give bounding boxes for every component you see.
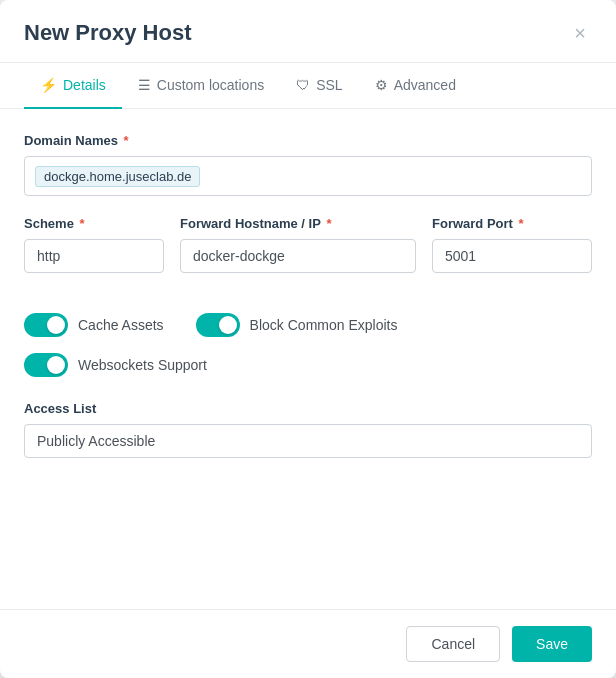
cache-assets-toggle[interactable] (24, 313, 68, 337)
close-button[interactable]: × (568, 21, 592, 45)
cancel-button[interactable]: Cancel (406, 626, 500, 662)
websockets-toggle-group: Websockets Support (24, 353, 207, 377)
block-exploits-slider (196, 313, 240, 337)
websockets-slider (24, 353, 68, 377)
scheme-input[interactable] (24, 239, 164, 273)
scheme-label: Scheme * (24, 216, 164, 231)
domain-names-group: Domain Names * dockge.home.juseclab.de (24, 133, 592, 196)
modal-body: Domain Names * dockge.home.juseclab.de S… (0, 109, 616, 609)
websockets-label: Websockets Support (78, 357, 207, 373)
cache-assets-label: Cache Assets (78, 317, 164, 333)
access-list-group: Access List (24, 401, 592, 458)
required-star: * (120, 133, 129, 148)
new-proxy-host-modal: New Proxy Host × ⚡ Details ☰ Custom loca… (0, 0, 616, 678)
tab-bar: ⚡ Details ☰ Custom locations 🛡 SSL ⚙ Adv… (0, 63, 616, 109)
toggles-row-1: Cache Assets Block Common Exploits (24, 313, 592, 337)
modal-header: New Proxy Host × (0, 0, 616, 63)
access-list-input[interactable] (24, 424, 592, 458)
tab-details[interactable]: ⚡ Details (24, 63, 122, 109)
modal-footer: Cancel Save (0, 609, 616, 678)
advanced-icon: ⚙ (375, 77, 388, 93)
toggles-row-2: Websockets Support (24, 353, 592, 377)
tab-ssl[interactable]: 🛡 SSL (280, 63, 358, 109)
domain-names-input[interactable]: dockge.home.juseclab.de (24, 156, 592, 196)
save-button[interactable]: Save (512, 626, 592, 662)
block-exploits-toggle[interactable] (196, 313, 240, 337)
domain-tag: dockge.home.juseclab.de (35, 166, 200, 187)
websockets-toggle[interactable] (24, 353, 68, 377)
cache-assets-toggle-group: Cache Assets (24, 313, 164, 337)
details-icon: ⚡ (40, 77, 57, 93)
access-list-label: Access List (24, 401, 592, 416)
tab-advanced[interactable]: ⚙ Advanced (359, 63, 472, 109)
block-exploits-toggle-group: Block Common Exploits (196, 313, 398, 337)
forward-port-input[interactable] (432, 239, 592, 273)
required-star-port: * (515, 216, 524, 231)
forward-hostname-label: Forward Hostname / IP * (180, 216, 416, 231)
forward-hostname-group: Forward Hostname / IP * (180, 216, 416, 273)
required-star-hostname: * (323, 216, 332, 231)
custom-locations-icon: ☰ (138, 77, 151, 93)
required-star-scheme: * (76, 216, 85, 231)
modal-title: New Proxy Host (24, 20, 192, 46)
tab-custom-locations[interactable]: ☰ Custom locations (122, 63, 280, 109)
block-exploits-label: Block Common Exploits (250, 317, 398, 333)
forward-hostname-input[interactable] (180, 239, 416, 273)
cache-assets-slider (24, 313, 68, 337)
domain-names-label: Domain Names * (24, 133, 592, 148)
forward-port-label: Forward Port * (432, 216, 592, 231)
ssl-icon: 🛡 (296, 77, 310, 93)
connection-fields-row: Scheme * Forward Hostname / IP * Forward… (24, 216, 592, 293)
forward-port-group: Forward Port * (432, 216, 592, 273)
scheme-group: Scheme * (24, 216, 164, 273)
